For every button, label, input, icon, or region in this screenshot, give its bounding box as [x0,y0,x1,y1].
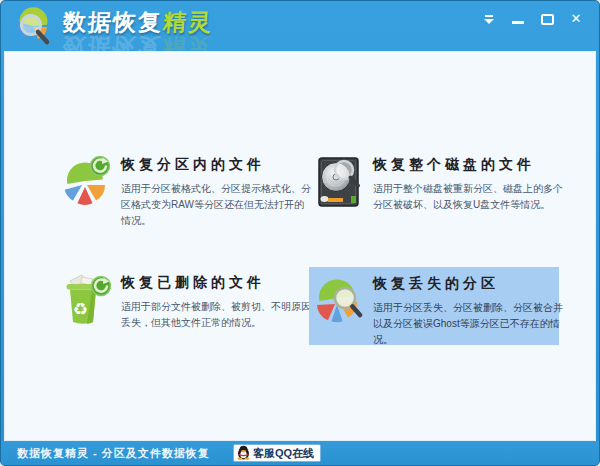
panel-description: 适用于部分文件被删除、被剪切、不明原因丢失，但其他文件正常的情况。 [121,299,313,331]
app-title: 数据恢复精灵 [62,9,214,35]
panel-title[interactable]: 恢复分区内的文件 [121,156,313,174]
panel-title[interactable]: 恢复丢失的分区 [373,275,565,293]
qq-penguin-icon [237,445,250,462]
pie-chart-search-icon [315,273,363,331]
window-controls: ✕ [482,12,583,26]
hdd-search-icon [315,154,363,212]
option-recover-deleted-files[interactable]: ♻ 恢复已删除的文件 适用于部分文件被删除、被剪切、不明原因丢失，但其他文件正常… [57,266,307,337]
option-recover-partition-files[interactable]: 恢复分区内的文件 适用于分区被格式化、分区提示格式化、分区格式变为RAW等分区还… [57,148,307,235]
close-icon[interactable]: ✕ [569,12,583,26]
panel-description: 适用于整个磁盘被重新分区、磁盘上的多个分区被破坏、以及恢复U盘文件等情况。 [373,181,565,213]
svg-text:♻: ♻ [73,299,88,319]
pie-chart-refresh-icon [63,154,111,212]
app-window: 数据恢复精灵 数据恢复精灵 ✕ [0,0,600,466]
main-content: 恢复分区内的文件 适用于分区被格式化、分区提示格式化、分区格式变为RAW等分区还… [4,51,596,441]
minimize-icon[interactable] [511,12,525,26]
panel-description: 适用于分区被格式化、分区提示格式化、分区格式变为RAW等分区还在但无法打开的情况… [121,181,313,229]
qq-button-label: 客服QQ在线 [253,446,314,461]
panel-description: 适用于分区丢失、分区被删除、分区被合并以及分区被误Ghost等源分区已不存在的情… [373,300,565,348]
panel-title[interactable]: 恢复整个磁盘的文件 [373,156,565,174]
panel-title[interactable]: 恢复已删除的文件 [121,274,313,292]
option-recover-whole-disk-files[interactable]: 恢复整个磁盘的文件 适用于整个磁盘被重新分区、磁盘上的多个分区被破坏、以及恢复U… [309,148,559,219]
chevron-down-icon[interactable] [482,12,496,26]
title-bar[interactable]: 数据恢复精灵 数据恢复精灵 ✕ [1,1,599,51]
status-bar: 数据恢复精灵 - 分区及文件数据恢复 客服QQ在线 [1,441,599,465]
maximize-icon[interactable] [540,12,554,26]
qq-support-button[interactable]: 客服QQ在线 [233,444,321,462]
app-logo-icon [13,7,55,47]
option-recover-lost-partition[interactable]: 恢复丢失的分区 适用于分区丢失、分区被删除、分区被合并以及分区被误Ghost等源… [309,267,559,345]
status-text: 数据恢复精灵 - 分区及文件数据恢复 [17,446,210,461]
recycle-bin-refresh-icon: ♻ [63,272,111,330]
